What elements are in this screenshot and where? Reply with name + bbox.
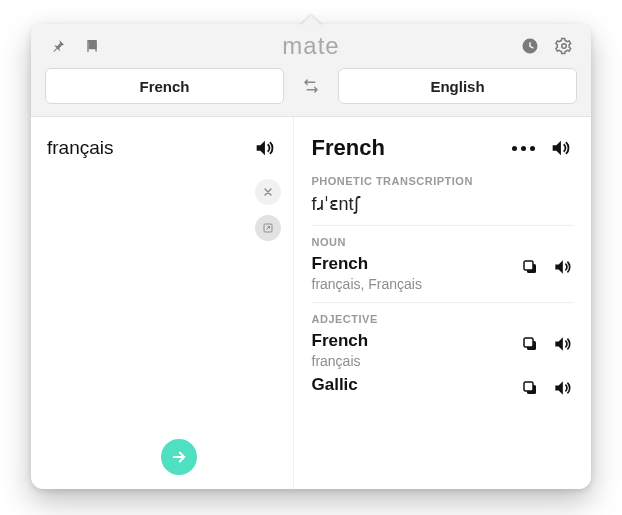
header-top: mate: [31, 24, 591, 68]
section-label: Noun: [312, 236, 574, 248]
result-pane: French Phonetic transcription fɹˈɛntʃ No…: [294, 117, 592, 489]
source-text[interactable]: français: [47, 137, 251, 159]
phonetic-text: fɹˈɛntʃ: [312, 193, 574, 215]
speak-source-button[interactable]: [251, 135, 277, 161]
definition-entry: Frenchfrançais: [312, 331, 574, 369]
source-language-button[interactable]: French: [45, 68, 284, 104]
header: mate French English: [31, 24, 591, 117]
content: français: [31, 117, 591, 489]
copy-entry-button[interactable]: [519, 333, 541, 355]
entry-sub: français, Français: [312, 276, 520, 292]
history-icon[interactable]: [517, 33, 543, 59]
svg-rect-6: [524, 338, 533, 347]
popover: mate French English: [31, 24, 591, 489]
target-language-button[interactable]: English: [338, 68, 577, 104]
svg-rect-4: [524, 261, 533, 270]
swap-languages-button[interactable]: [296, 71, 326, 101]
pin-icon[interactable]: [45, 33, 71, 59]
entry-head: Gallic: [312, 375, 520, 395]
entry-sub: français: [312, 353, 520, 369]
copy-entry-button[interactable]: [519, 256, 541, 278]
phrasebook-icon[interactable]: [79, 33, 105, 59]
clear-input-button[interactable]: [255, 179, 281, 205]
source-row: français: [31, 117, 293, 161]
entry-head: French: [312, 254, 520, 274]
definition-entry: Frenchfrançais, Français: [312, 254, 574, 292]
app-title: mate: [282, 32, 339, 60]
language-bar: French English: [31, 68, 591, 116]
source-pane: français: [31, 117, 294, 489]
entry-head: French: [312, 331, 520, 351]
popover-caret: [300, 15, 322, 26]
svg-point-1: [562, 44, 567, 49]
popover-panel: mate French English: [31, 24, 591, 489]
expand-button[interactable]: [255, 215, 281, 241]
more-options-button[interactable]: [512, 146, 535, 151]
translate-button[interactable]: [161, 439, 197, 475]
speak-entry-button[interactable]: [551, 333, 573, 355]
definition-entry: Gallic: [312, 375, 574, 399]
section-label: Adjective: [312, 313, 574, 325]
speak-entry-button[interactable]: [551, 377, 573, 399]
divider: [312, 225, 574, 226]
result-headline: French: [312, 135, 513, 161]
settings-icon[interactable]: [551, 33, 577, 59]
svg-rect-8: [524, 382, 533, 391]
speak-entry-button[interactable]: [551, 256, 573, 278]
svg-rect-0: [89, 40, 97, 49]
definition-sections: NounFrenchfrançais, FrançaisAdjectiveFre…: [312, 236, 574, 399]
source-side-actions: [255, 179, 281, 241]
speak-result-button[interactable]: [547, 135, 573, 161]
result-header: French: [312, 135, 574, 161]
divider: [312, 302, 574, 303]
copy-entry-button[interactable]: [519, 377, 541, 399]
phonetic-label: Phonetic transcription: [312, 175, 574, 187]
